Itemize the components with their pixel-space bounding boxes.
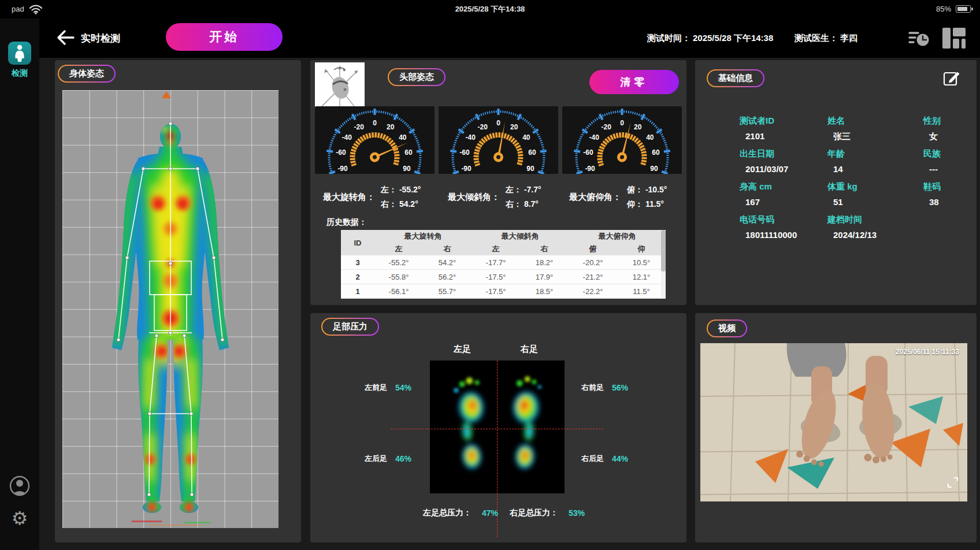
- start-button[interactable]: 开始: [166, 23, 283, 51]
- info-field-gender: 性别女: [923, 116, 966, 148]
- svg-text:-40: -40: [341, 133, 352, 142]
- foot-pressure-title: 足部压力: [322, 319, 378, 335]
- history-table-sub-header: 左 右 左 右 俯 仰: [341, 243, 666, 255]
- head-posture-title: 头部姿态: [389, 69, 444, 85]
- fullscreen-icon[interactable]: [946, 476, 959, 489]
- scrollbar-thumb[interactable]: [661, 230, 666, 272]
- info-field-name: 姓名张三: [827, 116, 923, 148]
- person-icon: [12, 44, 27, 62]
- user-avatar-icon[interactable]: [9, 475, 31, 497]
- table-scrollbar[interactable]: [661, 230, 666, 299]
- max-tilt-reading: 最大倾斜角： 左： -7.7° 右： 8.7°: [448, 185, 541, 210]
- realtime-detection-screen: pad 2025/5/28 下午14:38 85% 检测 ⚙: [0, 0, 980, 550]
- reading-label: 最大俯仰角：: [569, 192, 621, 203]
- right-total-pressure: 右足总压力：53%: [510, 508, 585, 518]
- svg-text:0: 0: [620, 119, 624, 127]
- svg-text:40: 40: [399, 133, 407, 142]
- head-posture-panel: 头部姿态 清零 -90-60-40-20020406090 -90-60-40-…: [310, 60, 686, 305]
- max-rotation-gauge: -90-60-40-20020406090: [315, 106, 435, 174]
- max-tilt-gauge: -90-60-40-20020406090: [439, 106, 558, 174]
- value-cell: 18.5°: [520, 287, 569, 296]
- test-doctor-label: 测试医生：: [795, 33, 838, 43]
- info-field-empty: [923, 214, 966, 247]
- reading-label: 最大旋转角：: [323, 192, 375, 203]
- id-column-header: ID: [341, 230, 374, 255]
- info-field-phone: 电话号码18011110000: [740, 214, 827, 247]
- value-cell: -17.5°: [472, 287, 520, 296]
- row-id-cell: 3: [341, 258, 374, 267]
- max-pitch-gauge: -90-60-40-20020406090: [562, 106, 682, 174]
- battery-icon: [956, 5, 971, 13]
- value-cell: 56.2°: [423, 273, 472, 281]
- info-field-weight: 体重 kg51: [827, 181, 923, 214]
- settings-gear-icon[interactable]: ⚙: [0, 507, 39, 530]
- value-cell: -17.5°: [472, 273, 520, 281]
- video-title: 视频: [708, 321, 746, 336]
- row-id-cell: 1: [341, 287, 374, 296]
- svg-text:-60: -60: [583, 148, 593, 157]
- info-field-ethnicity: 民族---: [923, 148, 966, 181]
- svg-text:60: 60: [652, 148, 660, 157]
- left-forefoot-metric: 左前足54%: [365, 382, 411, 393]
- left-rearfoot-metric: 左后足46%: [365, 454, 411, 464]
- info-field-age: 年龄14: [827, 148, 923, 181]
- svg-text:-60: -60: [336, 148, 346, 157]
- head-axes-diagram: [315, 62, 365, 111]
- info-field-height: 身高 cm167: [740, 181, 827, 214]
- history-table: 最大旋转角 最大倾斜角 最大俯仰角 左 右 左 右 俯 仰 ID 3-55.2°…: [341, 230, 666, 299]
- value-cell: -17.7°: [472, 258, 520, 267]
- sidebar-item-label: 检测: [0, 68, 39, 79]
- svg-text:90: 90: [526, 165, 534, 173]
- video-panel: 视频: [695, 313, 977, 542]
- value-cell: 12.1°: [617, 273, 666, 281]
- value-cell: 10.5°: [617, 258, 666, 267]
- reading-right: 右： 8.7°: [506, 199, 541, 210]
- svg-text:-40: -40: [589, 133, 599, 142]
- group-header: 最大倾斜角: [472, 231, 569, 241]
- reading-right: 右： 54.2°: [381, 199, 421, 210]
- sidebar-item-detect[interactable]: [8, 42, 31, 65]
- test-doctor: 测试医生：李四: [795, 33, 860, 44]
- right-rearfoot-metric: 右后足44%: [581, 454, 628, 464]
- layout-grid-icon[interactable]: [942, 28, 966, 49]
- video-frame: 2025/06/11 15:11:33: [700, 343, 967, 501]
- edit-icon[interactable]: [942, 68, 961, 87]
- info-field-birthdate: 出生日期2011/03/07: [740, 148, 827, 181]
- svg-text:-60: -60: [459, 148, 470, 157]
- svg-text:60: 60: [528, 148, 536, 157]
- value-cell: -55.8°: [374, 273, 423, 281]
- statusbar-clock: 2025/5/28 下午14:38: [0, 4, 980, 14]
- value-cell: -22.2°: [569, 287, 617, 296]
- info-field-tester-id: 测试者ID2101: [740, 116, 827, 148]
- body-posture-panel: 身体姿态: [55, 60, 301, 542]
- back-arrow-icon[interactable]: [54, 28, 76, 47]
- body-posture-title: 身体姿态: [59, 66, 114, 81]
- head-posture-badge: 头部姿态: [388, 68, 446, 86]
- status-bar: pad 2025/5/28 下午14:38 85%: [0, 0, 980, 18]
- svg-text:20: 20: [387, 123, 395, 131]
- table-row: 1-56.1°55.7°-17.5°18.5°-22.2°11.5°: [341, 284, 666, 299]
- reading-label: 最大倾斜角：: [448, 192, 500, 203]
- body-posture-badge: 身体姿态: [58, 65, 116, 83]
- reading-down: 俯： -10.5°: [627, 185, 667, 195]
- video-timestamp: 2025/06/11 15:11:33: [896, 348, 959, 356]
- history-records-icon[interactable]: [908, 28, 930, 49]
- test-time-label: 测试时间：: [647, 33, 691, 43]
- right-foot-label: 右足: [521, 344, 538, 355]
- basic-info-title: 基础信息: [708, 70, 763, 86]
- clear-button[interactable]: 清零: [589, 70, 679, 94]
- foot-pressure-panel: 足部压力 左足 右足: [310, 313, 686, 542]
- foot-pressure-badge: 足部压力: [321, 318, 379, 336]
- body-scan-viewport: [62, 90, 279, 528]
- svg-text:-20: -20: [602, 123, 612, 131]
- sidebar: 检测 ⚙: [0, 18, 39, 550]
- svg-text:-40: -40: [465, 133, 476, 142]
- value-cell: -20.2°: [569, 258, 617, 267]
- svg-text:0: 0: [373, 119, 377, 127]
- left-total-pressure: 左足总压力：47%: [423, 508, 498, 518]
- basic-info-panel: 基础信息 测试者ID2101 姓名张三 性别女 出生日期2011/03/07 年…: [695, 60, 977, 305]
- svg-text:20: 20: [510, 123, 518, 131]
- svg-text:40: 40: [522, 133, 530, 142]
- video-badge: 视频: [707, 319, 747, 337]
- svg-text:0: 0: [496, 119, 500, 127]
